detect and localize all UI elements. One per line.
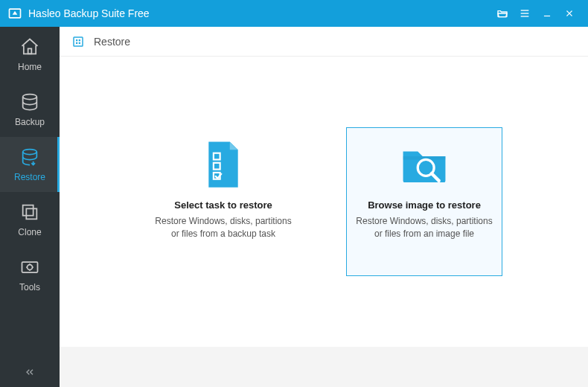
restore-icon	[19, 147, 41, 167]
open-folder-button[interactable]	[491, 0, 514, 27]
svg-point-8	[23, 95, 37, 100]
sidebar-collapse-button[interactable]	[0, 357, 60, 387]
backup-icon	[19, 92, 41, 112]
card-title: Browse image to restore	[368, 199, 481, 211]
titlebar: Hasleo Backup Suite Free	[0, 0, 588, 27]
svg-rect-16	[79, 39, 80, 41]
task-list-icon	[197, 138, 249, 191]
svg-rect-12	[22, 262, 38, 272]
chevron-double-left-icon	[24, 366, 36, 378]
app-logo-icon	[7, 6, 22, 21]
restore-header-icon	[71, 35, 85, 48]
sidebar-item-restore[interactable]: Restore	[0, 137, 60, 192]
card-title: Select task to restore	[174, 199, 272, 211]
sidebar-item-label: Restore	[14, 172, 45, 182]
tools-icon	[19, 257, 41, 278]
sidebar-item-backup[interactable]: Backup	[0, 82, 60, 137]
svg-rect-17	[76, 42, 77, 43]
svg-rect-14	[74, 37, 83, 46]
sidebar: Home Backup Restore Clone	[0, 27, 60, 387]
body: Home Backup Restore Clone	[0, 27, 588, 387]
svg-point-13	[28, 265, 33, 270]
close-button[interactable]	[558, 0, 581, 27]
page-header: Restore	[60, 27, 588, 57]
svg-rect-15	[76, 39, 77, 41]
sidebar-item-label: Backup	[15, 117, 45, 127]
svg-rect-10	[23, 205, 33, 216]
card-browse-image[interactable]: Browse image to restore Restore Windows,…	[346, 127, 502, 276]
main: Restore Select task to resto	[60, 27, 588, 387]
card-desc: Restore Windows, disks, partitions or fi…	[354, 215, 494, 241]
minimize-button[interactable]	[536, 0, 558, 27]
page-title: Restore	[94, 36, 130, 48]
card-select-task[interactable]: Select task to restore Restore Windows, …	[145, 127, 301, 276]
content: Select task to restore Restore Windows, …	[60, 57, 588, 347]
sidebar-item-clone[interactable]: Clone	[0, 192, 60, 247]
home-icon	[19, 36, 41, 57]
menu-button[interactable]	[514, 0, 536, 27]
svg-rect-18	[79, 42, 80, 43]
sidebar-item-home[interactable]: Home	[0, 27, 60, 82]
sidebar-item-tools[interactable]: Tools	[0, 247, 60, 302]
card-desc: Restore Windows, disks, partitions or fi…	[153, 215, 293, 241]
app-title: Hasleo Backup Suite Free	[28, 7, 150, 19]
svg-rect-7	[28, 48, 32, 54]
app-window: Hasleo Backup Suite Free	[0, 0, 588, 387]
folder-search-icon	[398, 138, 450, 191]
clone-icon	[19, 202, 41, 223]
sidebar-item-label: Home	[18, 62, 42, 72]
sidebar-item-label: Tools	[19, 282, 40, 292]
svg-point-9	[23, 150, 37, 155]
sidebar-item-label: Clone	[18, 227, 41, 237]
footer	[60, 347, 588, 387]
svg-rect-11	[26, 208, 36, 219]
